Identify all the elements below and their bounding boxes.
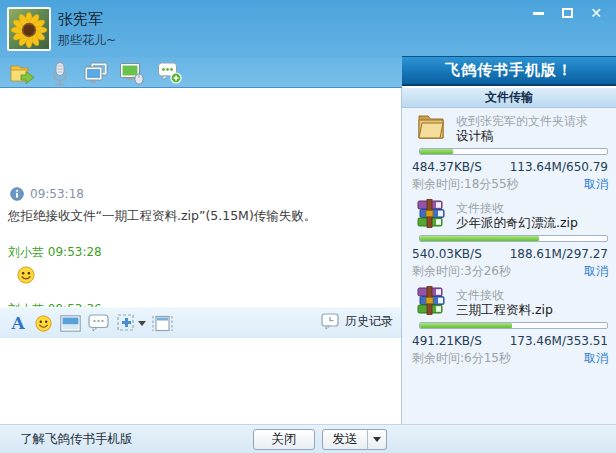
chat-add-icon xyxy=(157,61,183,85)
file-transfer-list: 收到张宪军的文件夹请求 设计稿 484.37KB/S 113.64M/650.7… xyxy=(402,108,616,424)
transfer-progress-size: 113.64M/650.79 xyxy=(510,160,608,174)
close-button[interactable]: 关闭 xyxy=(253,429,315,450)
transfer-filename: 设计稿 xyxy=(456,128,494,145)
cancel-transfer-link[interactable]: 取消 xyxy=(584,176,608,193)
screen-share-button[interactable] xyxy=(82,60,110,86)
send-button[interactable]: 发送 xyxy=(322,429,368,450)
progress-bar xyxy=(419,235,608,242)
info-icon xyxy=(10,187,24,201)
transfer-stats: 491.21KB/S 173.46M/353.51 xyxy=(412,334,608,348)
window-capture-icon xyxy=(152,315,173,332)
progress-fill xyxy=(420,323,512,328)
transfer-stats: 540.03KB/S 188.61M/297.27 xyxy=(412,247,608,261)
transfer-speed: 491.21KB/S xyxy=(412,334,510,348)
history-label: 历史记录 xyxy=(345,313,393,330)
mobile-promo-link[interactable]: 了解飞鸽传书手机版 xyxy=(20,431,133,448)
window-capture-button[interactable] xyxy=(150,311,174,335)
remote-assist-button[interactable] xyxy=(118,60,146,86)
maximize-button[interactable] xyxy=(555,4,579,22)
file-transfer-panel-title: 文件传输 xyxy=(402,88,616,108)
maximize-icon xyxy=(562,8,573,18)
emoticon-button[interactable] xyxy=(31,311,55,335)
rar-archive-icon xyxy=(416,286,448,316)
peer-status: 那些花儿~ xyxy=(58,32,116,49)
transfer-speed: 484.37KB/S xyxy=(412,160,510,174)
screen-share-icon xyxy=(83,62,109,85)
progress-bar xyxy=(419,148,608,155)
cancel-transfer-link[interactable]: 取消 xyxy=(584,350,608,367)
group-chat-add-button[interactable] xyxy=(156,60,184,86)
capture-dropdown-caret xyxy=(138,321,146,326)
transfer-filename: 少年派的奇幻漂流.zip xyxy=(456,215,578,232)
footer-bar: 了解飞鸽传书手机版 关闭 发送 xyxy=(0,424,616,453)
mobile-version-banner[interactable]: 飞鸽传书手机版！ xyxy=(402,56,616,86)
close-icon: ✕ xyxy=(590,6,602,20)
message-history-area[interactable]: 09:53:18 您拒绝接收文件“一期工程资料.zip”(5.15M)传输失败。… xyxy=(0,88,401,307)
progress-bar xyxy=(419,322,608,329)
history-icon xyxy=(321,313,340,330)
cancel-transfer-link[interactable]: 取消 xyxy=(584,263,608,280)
transfer-item: 文件接收 三期工程资料.zip 491.21KB/S 173.46M/353.5… xyxy=(412,285,610,366)
system-message-time: 09:53:18 xyxy=(30,187,84,201)
minimize-icon xyxy=(533,12,544,15)
font-icon: A xyxy=(11,313,24,333)
transfer-progress-size: 173.46M/353.51 xyxy=(510,334,608,348)
microphone-icon xyxy=(49,61,71,86)
transfer-progress-size: 188.61M/297.27 xyxy=(510,247,608,261)
time-remaining: 剩余时间:18分55秒 xyxy=(412,176,519,193)
peer-name: 张宪军 xyxy=(58,10,103,29)
folder-icon xyxy=(416,112,448,142)
smiley-emoji xyxy=(17,266,35,284)
screen-capture-button[interactable] xyxy=(115,311,147,335)
screen-capture-icon xyxy=(117,314,136,332)
send-options-button[interactable] xyxy=(367,429,387,450)
message-input[interactable] xyxy=(0,338,401,424)
transfer-stats: 484.37KB/S 113.64M/650.79 xyxy=(412,160,608,174)
font-format-button[interactable]: A xyxy=(6,311,30,335)
transfer-item: 文件接收 少年派的奇幻漂流.zip 540.03KB/S 188.61M/297… xyxy=(412,198,610,279)
send-file-icon xyxy=(9,61,35,85)
message-bubble-button[interactable] xyxy=(86,311,110,335)
rar-archive-icon xyxy=(416,199,448,229)
window-header: 张宪军 那些花儿~ ✕ xyxy=(0,0,616,57)
transfer-filename: 三期工程资料.zip xyxy=(456,302,553,319)
progress-fill xyxy=(420,236,539,241)
input-toolbar: A xyxy=(0,307,401,338)
image-icon xyxy=(60,315,81,332)
message-time: 09:53:28 xyxy=(48,245,102,259)
send-dropdown-caret xyxy=(373,437,381,442)
system-message-text: 您拒绝接收文件“一期工程资料.zip”(5.15M)传输失败。 xyxy=(8,208,316,225)
chat-window: 张宪军 那些花儿~ ✕ xyxy=(0,0,616,453)
sender-name-time: 刘小芸 09:53:28 xyxy=(8,244,102,261)
transfer-speed: 540.03KB/S xyxy=(412,247,510,261)
system-message-time-row: 09:53:18 xyxy=(10,187,84,201)
close-window-button[interactable]: ✕ xyxy=(584,4,608,22)
transfer-item: 收到张宪军的文件夹请求 设计稿 484.37KB/S 113.64M/650.7… xyxy=(412,111,610,192)
avatar[interactable] xyxy=(7,7,51,51)
sender-name: 刘小芸 xyxy=(8,245,44,259)
time-remaining: 剩余时间:3分26秒 xyxy=(412,263,511,280)
bubble-dots-icon xyxy=(88,314,109,332)
send-image-button[interactable] xyxy=(58,311,82,335)
history-button[interactable]: 历史记录 xyxy=(321,313,393,330)
send-file-button[interactable] xyxy=(8,60,36,86)
sunflower-avatar-image xyxy=(9,9,49,49)
remote-desktop-icon xyxy=(119,62,145,85)
emoticon-icon xyxy=(35,315,52,332)
progress-fill xyxy=(420,149,453,154)
minimize-button[interactable] xyxy=(526,4,550,22)
voice-chat-button[interactable] xyxy=(46,60,74,86)
time-remaining: 剩余时间:6分15秒 xyxy=(412,350,511,367)
